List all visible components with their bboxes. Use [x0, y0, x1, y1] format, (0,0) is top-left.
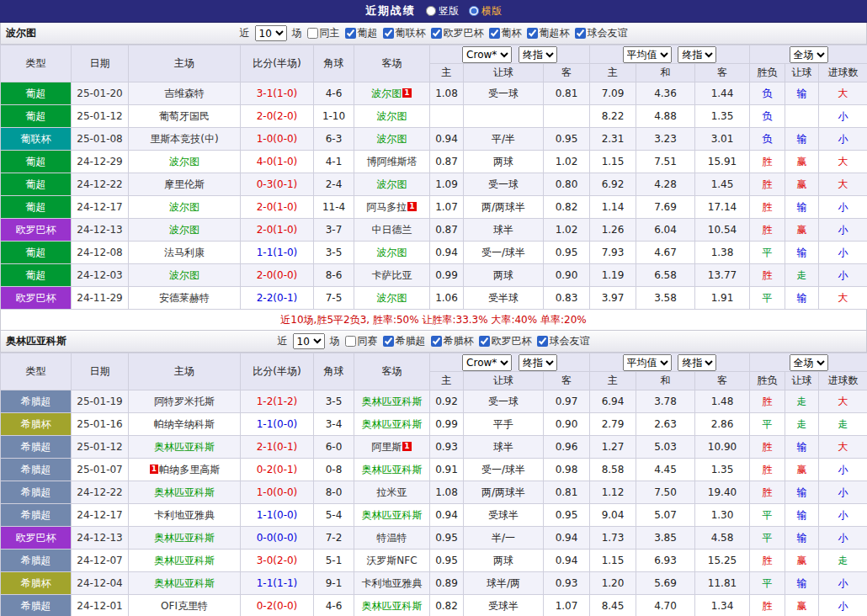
asian-odds-home: 0.94 [430, 242, 464, 264]
result-outcome: 负 [750, 82, 785, 105]
team-name-link[interactable]: 波尔图 [169, 269, 199, 281]
team-name-link[interactable]: 特温特 [377, 532, 407, 544]
team-name-link[interactable]: 安德莱赫特 [159, 292, 210, 304]
team-name-link[interactable]: 波尔图 [377, 110, 407, 122]
filter-checkbox[interactable]: 希腊超 [383, 334, 426, 348]
team-name-link[interactable]: 卡利地亚雅典 [154, 509, 215, 521]
odds-stage-select[interactable]: 终指 [519, 46, 557, 63]
team-name-link[interactable]: 摩里伦斯 [164, 178, 205, 190]
match-count-select[interactable]: 10 [255, 25, 287, 41]
avg-stage-select[interactable]: 终指 [678, 46, 716, 63]
team-name-link[interactable]: 波尔图 [377, 178, 407, 190]
checkbox-input[interactable] [345, 28, 356, 39]
team-name-link[interactable]: 奥林匹亚科斯 [154, 555, 215, 566]
checkbox-input[interactable] [527, 28, 538, 39]
result-goals: 走 [819, 550, 867, 572]
layout-horizontal-option[interactable]: 横版 [469, 4, 502, 19]
team-name-link[interactable]: 帕纳多里高斯 [159, 464, 220, 475]
filter-checkbox[interactable]: 葡联杯 [383, 26, 426, 40]
team-name-link[interactable]: 中日德兰 [372, 224, 412, 236]
team-name-link[interactable]: 博阿维斯塔 [367, 156, 418, 167]
col-header-type: 类型 [1, 45, 72, 82]
team-name-link[interactable]: 拉米亚 [377, 486, 407, 498]
layout-vertical-option[interactable]: 竖版 [426, 4, 459, 19]
team-name-link[interactable]: 帕纳辛纳科斯 [154, 418, 215, 430]
team-name-link[interactable]: 奥林匹亚科斯 [362, 509, 423, 521]
checkbox-input[interactable] [479, 336, 490, 347]
asian-odds-handicap: 两球 [464, 550, 544, 572]
team-name-link[interactable]: 阿里斯 [371, 441, 402, 453]
result-handicap: 输 [785, 527, 819, 550]
filter-checkbox[interactable]: 葡杯 [489, 26, 522, 40]
team-name-link[interactable]: 卡利地亚雅典 [362, 577, 423, 589]
result-goals: 小 [819, 242, 867, 264]
team-name-link[interactable]: 阿马多拉 [366, 201, 407, 213]
checkbox-input[interactable] [383, 28, 394, 39]
team-name-link[interactable]: 奥林匹亚科斯 [154, 441, 215, 453]
fulltime-select[interactable]: 全场 [790, 354, 828, 371]
team-name-link[interactable]: 奥林匹亚科斯 [362, 464, 423, 475]
team-name-link[interactable]: 吉维森特 [164, 88, 205, 99]
checkbox-input[interactable] [537, 336, 548, 347]
home-team: 波尔图 [129, 264, 241, 287]
checkbox-input[interactable] [307, 28, 318, 39]
team-name-link[interactable]: 波尔图 [377, 247, 407, 258]
avg-odds-select[interactable]: 平均值 [623, 354, 672, 371]
checkbox-input[interactable] [383, 336, 394, 347]
checkbox-input[interactable] [489, 28, 500, 39]
checkbox-label: 同主 [320, 26, 340, 40]
filter-checkbox[interactable]: 葡超杯 [527, 26, 570, 40]
asian-odds-home: 0.93 [430, 436, 464, 459]
avg-stage-select[interactable]: 终指 [678, 354, 716, 371]
fulltime-select[interactable]: 全场 [790, 46, 828, 63]
horizontal-radio[interactable] [469, 6, 479, 16]
match-count-select[interactable]: 10 [293, 333, 325, 349]
odds-stage-select[interactable]: 终指 [519, 354, 557, 371]
team-name-link[interactable]: 波尔图 [169, 201, 199, 213]
team-name-link[interactable]: 奥林匹亚科斯 [362, 418, 423, 430]
team-name-link[interactable]: 奥林匹亚科斯 [154, 577, 215, 589]
filter-checkbox[interactable]: 希腊杯 [431, 334, 474, 348]
team-name-link[interactable]: 沃罗斯NFC [366, 555, 417, 566]
filter-checkbox[interactable]: 欧罗巴杯 [431, 26, 484, 40]
team-name-link[interactable]: 里斯本竞技(中) [150, 133, 218, 145]
team-name-link[interactable]: 波尔图 [377, 133, 407, 145]
odds-provider-select[interactable]: Crow* [462, 354, 512, 371]
checkbox-input[interactable] [575, 28, 586, 39]
asian-odds-handicap: 球半 [464, 219, 544, 242]
team-name-link[interactable]: 奥林匹亚科斯 [362, 600, 423, 612]
filter-checkbox[interactable]: 球会友谊 [575, 26, 628, 40]
euro-odds-away: 17.14 [695, 196, 750, 219]
team-name-link[interactable]: 葡萄牙国民 [159, 110, 210, 122]
team-name-link[interactable]: 法马利康 [164, 247, 205, 258]
checkbox-input[interactable] [345, 336, 356, 347]
subcol-asian-home: 主 [430, 64, 464, 82]
avg-odds-select[interactable]: 平均值 [623, 46, 672, 63]
team-name-link[interactable]: 波尔图 [371, 88, 402, 99]
team-name-link[interactable]: 阿特罗米托斯 [154, 396, 215, 407]
filter-checkbox[interactable]: 球会友谊 [537, 334, 590, 348]
team-name-link[interactable]: 波尔图 [169, 156, 199, 167]
odds-provider-select[interactable]: Crow* [462, 46, 512, 63]
team-name-link[interactable]: 奥林匹亚科斯 [362, 396, 423, 407]
vertical-radio[interactable] [426, 6, 436, 16]
league-badge: 欧罗巴杯 [1, 287, 72, 310]
match-score: 1-1(1-1) [241, 572, 314, 595]
filter-checkbox[interactable]: 葡超 [345, 26, 378, 40]
corner-score: 4-1 [314, 151, 354, 173]
match-date: 24-12-03 [72, 264, 129, 287]
topbar: 近期战绩 竖版 横版 [0, 0, 867, 23]
filter-checkbox[interactable]: 欧罗巴杯 [479, 334, 532, 348]
filter-checkbox[interactable]: 同赛 [345, 334, 378, 348]
result-goals: 小 [819, 595, 867, 616]
team-name-link[interactable]: 波尔图 [377, 292, 407, 304]
checkbox-input[interactable] [431, 336, 442, 347]
team-name-link[interactable]: 奥林匹亚科斯 [154, 532, 215, 544]
team-name-link[interactable]: 波尔图 [169, 224, 199, 236]
team-name-link[interactable]: OFI克里特 [161, 600, 208, 612]
team-name-link[interactable]: 卡萨比亚 [372, 269, 412, 281]
asian-odds-handicap: 受半球 [464, 287, 544, 310]
team-name-link[interactable]: 奥林匹亚科斯 [154, 486, 215, 498]
filter-checkbox[interactable]: 同主 [307, 26, 340, 40]
checkbox-input[interactable] [431, 28, 442, 39]
